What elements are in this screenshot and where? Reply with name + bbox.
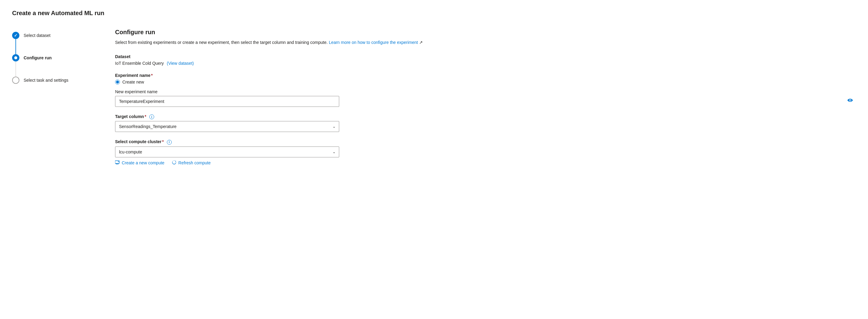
target-column-select-container: SensorReadings_Temperature ⌄ <box>115 121 339 132</box>
step-2-circle <box>12 54 20 61</box>
step-2-label: Configure run <box>24 55 52 61</box>
target-column-select[interactable]: SensorReadings_Temperature <box>115 121 339 132</box>
target-column-info-icon[interactable]: i <box>149 115 154 119</box>
dataset-label: Dataset <box>115 54 856 59</box>
section-title: Configure run <box>115 29 856 36</box>
page-title: Create a new Automated ML run <box>12 10 856 17</box>
create-compute-link[interactable]: Create a new compute <box>115 160 164 165</box>
target-column-field-group: Target column* i SensorReadings_Temperat… <box>115 114 856 132</box>
new-experiment-name-label: New experiment name <box>115 89 856 94</box>
eye-icon[interactable] <box>847 99 853 104</box>
step-1-connector <box>16 39 16 54</box>
compute-actions-row: Create a new compute Refresh compute <box>115 160 856 166</box>
step-1-label: Select dataset <box>24 32 51 39</box>
refresh-compute-label: Refresh compute <box>178 160 211 165</box>
compute-cluster-field-group: Select compute cluster* i lcu-compute ⌄ <box>115 139 856 165</box>
step-1-circle: ✓ <box>12 32 20 39</box>
new-experiment-name-input[interactable] <box>115 96 339 107</box>
svg-rect-0 <box>115 161 119 163</box>
compute-cluster-select-container: lcu-compute ⌄ <box>115 147 339 157</box>
view-dataset-link[interactable]: (View dataset) <box>167 61 194 66</box>
compute-cluster-required: * <box>162 139 163 144</box>
compute-cluster-label: Select compute cluster* i <box>115 139 856 145</box>
radio-create-new-label: Create new <box>122 79 144 85</box>
radio-create-new[interactable]: Create new <box>115 79 856 85</box>
radio-create-new-input[interactable] <box>115 79 120 85</box>
compute-cluster-select[interactable]: lcu-compute <box>115 147 339 157</box>
step-2-connector <box>16 61 16 76</box>
target-column-label: Target column* i <box>115 114 856 119</box>
dataset-value: IoT Ensemble Cold Query (View dataset) <box>115 61 856 66</box>
experiment-name-field-group: Experiment name* Create new New experime… <box>115 73 856 107</box>
learn-more-link[interactable]: Learn more on how to configure the exper… <box>329 40 418 45</box>
steps-sidebar: ✓ Select dataset Configure run <box>12 29 97 173</box>
refresh-compute-link[interactable]: Refresh compute <box>172 160 211 166</box>
compute-cluster-info-icon[interactable]: i <box>167 140 172 145</box>
section-description: Select from existing experiments or crea… <box>115 39 856 46</box>
refresh-compute-icon <box>172 160 177 166</box>
create-compute-icon <box>115 160 120 165</box>
step-3-label: Select task and settings <box>24 77 68 84</box>
experiment-name-required: * <box>151 73 153 78</box>
main-content: Configure run Select from existing exper… <box>115 29 856 173</box>
dataset-field-group: Dataset IoT Ensemble Cold Query (View da… <box>115 54 856 66</box>
target-column-required: * <box>145 114 146 119</box>
experiment-name-label: Experiment name* <box>115 73 856 78</box>
new-experiment-name-field <box>115 96 856 107</box>
step-3-circle <box>12 76 20 84</box>
create-compute-label: Create a new compute <box>122 160 164 165</box>
